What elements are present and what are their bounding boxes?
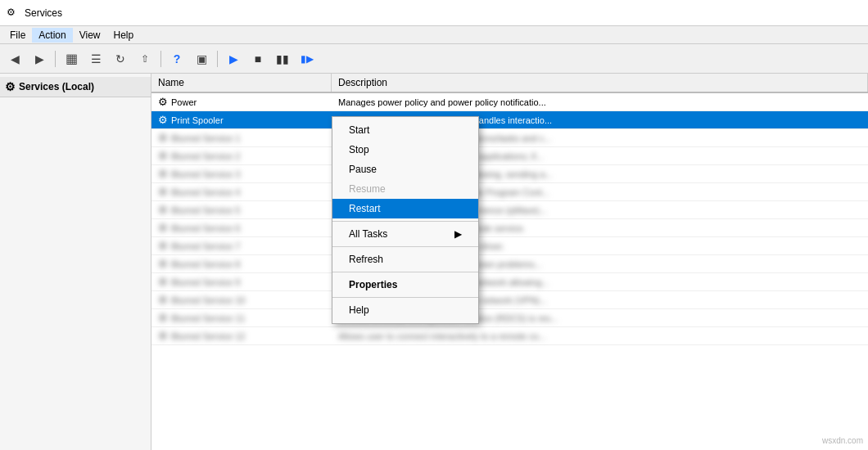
service-name-cell: ⚙ Blurred Service 6 [151, 222, 332, 234]
refresh-button[interactable]: ↻ [109, 47, 132, 70]
forward-button[interactable]: ▶ [28, 47, 51, 70]
table-row[interactable]: ⚙ Blurred Service 1 This service spools … [151, 129, 868, 147]
menu-file[interactable]: File [3, 28, 32, 43]
ctx-all-tasks[interactable]: All Tasks ▶ [332, 224, 478, 244]
menu-view[interactable]: View [73, 28, 107, 43]
console-tree-button[interactable]: ▦ [60, 47, 83, 70]
start-service-button[interactable]: ▶ [222, 47, 245, 70]
col-header-description: Description [332, 74, 868, 92]
service-desc-cell: Allows user to connect interactively to … [332, 331, 868, 341]
table-body: ⚙ Power Manages power policy and power p… [151, 93, 868, 345]
menu-help[interactable]: Help [107, 28, 141, 43]
ctx-sep-1 [332, 221, 478, 222]
service-name-cell: ⚙ Blurred Service 10 [151, 294, 332, 306]
service-icon: ⚙ [158, 258, 168, 270]
ctx-help[interactable]: Help [332, 300, 478, 320]
table-row[interactable]: ⚙ Blurred Service 10 Manages dial-up and… [151, 291, 868, 309]
service-icon: ⚙ [158, 312, 168, 324]
ctx-restart[interactable]: Restart [332, 199, 478, 218]
watermark: wsxdn.com [822, 436, 863, 445]
ctx-refresh[interactable]: Refresh [332, 250, 478, 269]
service-name-cell: ⚙ Power [151, 96, 332, 108]
service-name-cell: ⚙ Blurred Service 2 [151, 150, 332, 162]
back-button[interactable]: ◀ [3, 47, 26, 70]
table-row[interactable]: ⚙ Blurred Service 7 For cooperation with… [151, 237, 868, 255]
left-panel: ⚙ Services (Local) [0, 74, 151, 450]
service-name-cell: ⚙ Blurred Service 7 [151, 240, 332, 252]
table-row[interactable]: ⚙ Blurred Service 11 Remote Desktop Conf… [151, 309, 868, 327]
service-icon: ⚙ [158, 294, 168, 306]
pause-service-button[interactable]: ▮▮ [271, 47, 294, 70]
service-icon: ⚙ [158, 132, 168, 144]
service-icon: ⚙ [158, 204, 168, 216]
app-icon: ⚙ [7, 7, 20, 20]
service-name-cell: ⚙ Blurred Service 3 [151, 168, 332, 180]
table-row[interactable]: ⚙ Blurred Service 6 Audio Management and… [151, 219, 868, 237]
left-panel-header[interactable]: ⚙ Services (Local) [0, 77, 151, 97]
service-icon: ⚙ [158, 168, 168, 180]
table-header: Name Description [151, 74, 868, 93]
table-row[interactable]: ⚙ Blurred Service 2 Provides support to … [151, 147, 868, 165]
toolbar-sep-3 [217, 51, 218, 67]
service-desc-cell: Manages power policy and power policy no… [332, 97, 868, 107]
service-icon: ⚙ [158, 150, 168, 162]
service-icon: ⚙ [158, 222, 168, 234]
table-row[interactable]: ⚙ Blurred Service 8 Enables automatic mi… [151, 255, 868, 273]
toolbar-sep-1 [55, 51, 56, 67]
table-row[interactable]: ⚙ Blurred Service 12 Allows user to conn… [151, 327, 868, 345]
right-panel: Name Description ⚙ Power Manages power p… [151, 74, 868, 450]
service-icon: ⚙ [158, 276, 168, 288]
properties-button[interactable]: ☰ [84, 47, 107, 70]
service-icon: ⚙ [158, 186, 168, 198]
ctx-stop[interactable]: Stop [332, 140, 478, 160]
service-icon: ⚙ [158, 330, 168, 342]
col-header-name: Name [151, 74, 332, 92]
table-row[interactable]: ⚙ Blurred Service 3 This service provide… [151, 165, 868, 183]
table-row[interactable]: ⚙ Power Manages power policy and power p… [151, 93, 868, 111]
table-row[interactable]: ⚙ Blurred Service 4 This service provide… [151, 183, 868, 201]
service-icon: ⚙ [158, 96, 168, 108]
main-area: ⚙ Services (Local) Name Description ⚙ Po… [0, 74, 868, 450]
service-name-cell: ⚙ Blurred Service 4 [151, 186, 332, 198]
title-bar: ⚙ Services [0, 0, 868, 26]
menu-action[interactable]: Action [32, 28, 72, 43]
table-row[interactable]: ⚙ Print Spooler This service spools prin… [151, 111, 868, 129]
table-row[interactable]: ⚙ Blurred Service 5 Quality Windows Audi… [151, 201, 868, 219]
ctx-sep-4 [332, 297, 478, 298]
table-row[interactable]: ⚙ Blurred Service 9 Enables a connection… [151, 273, 868, 291]
service-name-cell: ⚙ Blurred Service 12 [151, 330, 332, 342]
service-name-cell: ⚙ Blurred Service 1 [151, 132, 332, 144]
details-button[interactable]: ▣ [190, 47, 213, 70]
ctx-properties[interactable]: Properties [332, 275, 478, 295]
left-panel-label: Services (Local) [19, 81, 94, 92]
ctx-sep-2 [332, 246, 478, 247]
context-menu: Start Stop Pause Resume Restart All Task… [332, 116, 479, 324]
ctx-resume[interactable]: Resume [332, 179, 478, 199]
submenu-arrow-icon: ▶ [454, 228, 462, 240]
title-bar-text: Services [25, 7, 62, 19]
ctx-sep-3 [332, 272, 478, 272]
service-name-cell: ⚙ Print Spooler [151, 114, 332, 126]
service-icon: ⚙ [158, 240, 168, 252]
toolbar-sep-2 [160, 51, 161, 67]
stop-service-button[interactable]: ■ [246, 47, 269, 70]
left-panel-icon: ⚙ [5, 80, 16, 93]
export-button[interactable]: ⇧ [133, 47, 156, 70]
service-name-cell: ⚙ Blurred Service 9 [151, 276, 332, 288]
service-icon: ⚙ [158, 114, 168, 126]
service-name-cell: ⚙ Blurred Service 8 [151, 258, 332, 270]
resume-service-button[interactable]: ▮▶ [296, 47, 319, 70]
service-name-cell: ⚙ Blurred Service 5 [151, 204, 332, 216]
ctx-pause[interactable]: Pause [332, 160, 478, 179]
toolbar: ◀ ▶ ▦ ☰ ↻ ⇧ ? ▣ ▶ ■ ▮▮ ▮▶ [0, 44, 868, 74]
help-button[interactable]: ? [165, 47, 188, 70]
menu-bar: File Action View Help [0, 26, 868, 44]
service-name-cell: ⚙ Blurred Service 11 [151, 312, 332, 324]
ctx-start[interactable]: Start [332, 120, 478, 140]
